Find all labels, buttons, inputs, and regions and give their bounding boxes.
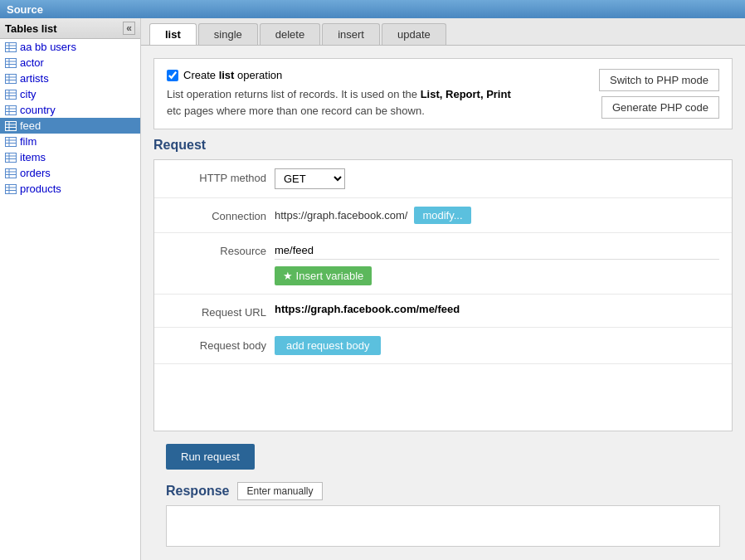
sidebar-collapse-btn[interactable]: «	[123, 22, 135, 35]
enter-manually-btn[interactable]: Enter manually	[237, 482, 322, 500]
empty-row	[154, 364, 732, 431]
resource-label: Resource	[167, 241, 266, 257]
title-bar-label: Source	[7, 3, 43, 16]
table-icon	[5, 168, 17, 179]
svg-rect-36	[6, 184, 17, 193]
http-method-select[interactable]: GET POST PUT DELETE PATCH	[275, 168, 345, 189]
table-icon	[5, 183, 17, 195]
operation-title-text: Create list operation	[183, 69, 282, 81]
sidebar-list: aa bb users actor artists	[0, 39, 140, 560]
table-icon	[5, 73, 17, 85]
svg-rect-12	[6, 90, 17, 99]
insert-variable-btn[interactable]: ★ Insert variable	[275, 266, 372, 285]
switch-to-php-btn[interactable]: Switch to PHP mode	[599, 69, 719, 91]
operation-title: Create list operation	[167, 69, 515, 81]
sidebar-item-label: artists	[20, 72, 49, 85]
request-section-title: Request	[153, 138, 733, 153]
run-request-btn[interactable]: Run request	[166, 444, 255, 470]
connection-url: https://graph.facebook.com/	[275, 209, 407, 222]
resource-row: Resource me/feed ★ Insert variable	[154, 233, 732, 295]
sidebar-item-label: feed	[20, 119, 41, 132]
response-title: Response	[166, 484, 229, 499]
request-url-row: Request URL https://graph.facebook.com/m…	[154, 295, 732, 328]
request-url-value: https://graph.facebook.com/me/feed	[275, 303, 460, 315]
sidebar-item-feed[interactable]: feed	[0, 118, 140, 134]
sidebar-item-artists[interactable]: artists	[0, 71, 140, 86]
response-section: Response Enter manually	[153, 482, 733, 559]
request-body-content: add request body	[275, 336, 719, 355]
request-body-label: Request body	[167, 336, 266, 352]
http-method-row: HTTP method GET POST PUT DELETE PATCH	[154, 160, 732, 198]
svg-rect-24	[6, 137, 17, 146]
content-body: Create list operation List operation ret…	[141, 46, 745, 560]
sidebar: Tables list « aa bb users	[0, 18, 141, 560]
request-body-row: Request body add request body	[154, 328, 732, 364]
tab-list[interactable]: list	[149, 23, 197, 45]
title-bar: Source	[0, 0, 745, 18]
connection-row: Connection https://graph.facebook.com/ m…	[154, 198, 732, 233]
operation-left: Create list operation List operation ret…	[167, 69, 515, 119]
sidebar-item-film[interactable]: film	[0, 134, 140, 149]
table-icon	[5, 89, 17, 100]
tab-insert[interactable]: insert	[322, 23, 380, 45]
sidebar-header: Tables list «	[0, 18, 140, 39]
content-area: listsingledeleteinsertupdate Create list…	[141, 18, 745, 560]
tab-delete[interactable]: delete	[260, 23, 320, 45]
sidebar-item-label: film	[20, 135, 37, 148]
table-icon	[5, 152, 17, 163]
run-section: Run request	[153, 444, 733, 470]
http-method-label: HTTP method	[167, 168, 266, 184]
insert-variable-label: ★ Insert variable	[283, 270, 363, 282]
table-icon	[5, 136, 17, 148]
sidebar-item-label: country	[20, 104, 56, 116]
sidebar-item-label: items	[20, 151, 46, 163]
sidebar-item-aa-bb-users[interactable]: aa bb users	[0, 39, 140, 55]
modify-connection-btn[interactable]: modify...	[414, 207, 470, 224]
resource-content: me/feed ★ Insert variable	[275, 241, 719, 285]
operation-description: List operation returns list of records. …	[167, 86, 515, 119]
connection-content: https://graph.facebook.com/ modify...	[275, 207, 719, 224]
response-header: Response Enter manually	[166, 482, 720, 500]
sidebar-item-city[interactable]: city	[0, 86, 140, 102]
operation-buttons: Switch to PHP mode Generate PHP code	[599, 69, 719, 119]
sidebar-title: Tables list	[5, 22, 57, 35]
sidebar-item-label: orders	[20, 167, 51, 179]
tab-update[interactable]: update	[382, 23, 446, 45]
sidebar-item-actor[interactable]: actor	[0, 55, 140, 71]
table-icon	[5, 41, 17, 53]
generate-php-btn[interactable]: Generate PHP code	[601, 96, 719, 119]
response-body	[166, 505, 720, 547]
sidebar-item-label: city	[20, 88, 37, 100]
sidebar-item-country[interactable]: country	[0, 102, 140, 118]
sidebar-item-label: actor	[20, 56, 44, 69]
svg-rect-8	[6, 74, 17, 83]
operation-section: Create list operation List operation ret…	[153, 58, 733, 129]
sidebar-item-orders[interactable]: orders	[0, 165, 140, 181]
svg-rect-16	[6, 105, 17, 114]
tabs-bar: listsingledeleteinsertupdate	[141, 18, 745, 46]
operation-checkbox[interactable]	[167, 70, 178, 81]
add-request-body-btn[interactable]: add request body	[275, 336, 381, 355]
svg-rect-0	[6, 42, 17, 51]
connection-label: Connection	[167, 207, 266, 222]
table-icon	[5, 57, 17, 69]
sidebar-item-products[interactable]: products	[0, 181, 140, 197]
svg-rect-32	[6, 168, 17, 178]
svg-rect-4	[6, 58, 17, 67]
request-panel: HTTP method GET POST PUT DELETE PATCH Co…	[153, 159, 733, 431]
sidebar-item-label: products	[20, 183, 61, 195]
svg-rect-28	[6, 153, 17, 162]
request-url-content: https://graph.facebook.com/me/feed	[275, 303, 719, 315]
table-icon	[5, 105, 17, 116]
table-icon	[5, 120, 17, 132]
resource-input[interactable]: me/feed	[275, 241, 719, 260]
tab-single[interactable]: single	[198, 23, 258, 45]
http-method-content: GET POST PUT DELETE PATCH	[275, 168, 719, 189]
sidebar-item-items[interactable]: items	[0, 149, 140, 165]
svg-rect-20	[6, 121, 17, 130]
sidebar-item-label: aa bb users	[20, 41, 76, 53]
request-url-label: Request URL	[167, 303, 266, 319]
